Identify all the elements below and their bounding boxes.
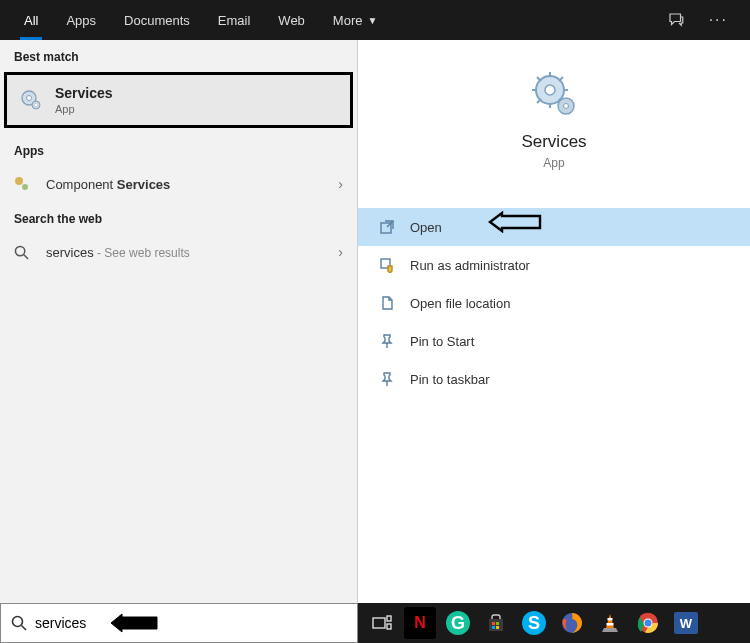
tab-email[interactable]: Email xyxy=(204,0,265,40)
best-match-services[interactable]: Services App xyxy=(4,72,353,128)
svg-rect-29 xyxy=(387,624,391,629)
tab-apps[interactable]: Apps xyxy=(52,0,110,40)
result-web-services[interactable]: services - See web results › xyxy=(0,234,357,270)
tab-more[interactable]: More ▼ xyxy=(319,0,392,40)
section-best-match: Best match xyxy=(0,40,357,72)
svg-line-21 xyxy=(387,221,393,227)
annotation-arrow-open xyxy=(488,211,542,233)
chrome-icon[interactable] xyxy=(632,607,664,639)
pin-icon xyxy=(378,370,396,388)
file-location-icon xyxy=(378,294,396,312)
svg-rect-32 xyxy=(492,626,495,629)
actions-list: Open Run as administrator Open file loca… xyxy=(358,208,750,398)
svg-line-15 xyxy=(559,77,563,81)
taskbar-search[interactable] xyxy=(0,603,358,643)
taskbar: N G S W xyxy=(0,603,750,643)
best-match-title: Services xyxy=(55,85,113,101)
section-apps: Apps xyxy=(0,134,357,166)
svg-rect-28 xyxy=(387,616,391,621)
svg-rect-35 xyxy=(608,618,613,621)
search-filter-tabs: All Apps Documents Email Web More ▼ ··· xyxy=(0,0,750,40)
search-icon xyxy=(11,615,27,631)
svg-rect-27 xyxy=(373,618,385,628)
tab-all[interactable]: All xyxy=(10,0,52,40)
word-icon[interactable]: W xyxy=(670,607,702,639)
taskbar-apps: N G S W xyxy=(358,603,750,643)
svg-point-1 xyxy=(27,96,32,101)
svg-rect-33 xyxy=(496,626,499,629)
svg-line-26 xyxy=(22,626,27,631)
svg-point-5 xyxy=(22,184,28,190)
chevron-right-icon: › xyxy=(338,244,343,260)
section-search-web: Search the web xyxy=(0,202,357,234)
svg-point-6 xyxy=(15,246,24,255)
services-large-icon xyxy=(530,70,578,118)
best-match-subtitle: App xyxy=(55,103,113,115)
task-view-icon[interactable] xyxy=(366,607,398,639)
action-pin-taskbar[interactable]: Pin to taskbar xyxy=(358,360,750,398)
detail-subtitle: App xyxy=(368,156,740,170)
tab-web[interactable]: Web xyxy=(264,0,319,40)
result-label: Component Services xyxy=(46,177,326,192)
svg-point-39 xyxy=(645,620,652,627)
action-pin-start[interactable]: Pin to Start xyxy=(358,322,750,360)
svg-rect-31 xyxy=(496,622,499,625)
action-label: Run as administrator xyxy=(410,258,530,273)
admin-shield-icon xyxy=(378,256,396,274)
netflix-icon[interactable]: N xyxy=(404,607,436,639)
svg-rect-30 xyxy=(492,622,495,625)
search-input[interactable] xyxy=(35,615,347,631)
tab-more-label: More xyxy=(333,13,363,28)
chevron-down-icon: ▼ xyxy=(367,15,377,26)
grammarly-icon[interactable]: G xyxy=(442,607,474,639)
svg-point-4 xyxy=(15,177,23,185)
skype-icon[interactable]: S xyxy=(518,607,550,639)
detail-pane: Services App Open Run as administrator xyxy=(358,40,750,603)
tab-documents[interactable]: Documents xyxy=(110,0,204,40)
action-run-admin[interactable]: Run as administrator xyxy=(358,246,750,284)
component-services-icon xyxy=(14,176,34,192)
services-gear-icon xyxy=(19,88,43,112)
action-label: Open file location xyxy=(410,296,510,311)
action-label: Open xyxy=(410,220,442,235)
svg-point-19 xyxy=(564,104,569,109)
vlc-icon[interactable] xyxy=(594,607,626,639)
more-options-icon[interactable]: ··· xyxy=(697,11,740,29)
action-label: Pin to Start xyxy=(410,334,474,349)
open-icon xyxy=(378,218,396,236)
action-open[interactable]: Open xyxy=(358,208,750,246)
microsoft-store-icon[interactable] xyxy=(480,607,512,639)
feedback-icon[interactable] xyxy=(655,11,697,29)
action-open-location[interactable]: Open file location xyxy=(358,284,750,322)
action-label: Pin to taskbar xyxy=(410,372,490,387)
detail-title: Services xyxy=(368,132,740,152)
result-label: services - See web results xyxy=(46,245,326,260)
search-icon xyxy=(14,245,34,260)
chevron-right-icon: › xyxy=(338,176,343,192)
annotation-arrow-search xyxy=(109,613,159,633)
svg-line-16 xyxy=(537,99,541,103)
firefox-icon[interactable] xyxy=(556,607,588,639)
svg-line-13 xyxy=(537,77,541,81)
svg-point-3 xyxy=(35,104,38,107)
results-pane: Best match Services App Apps Component S… xyxy=(0,40,358,603)
result-component-services[interactable]: Component Services › xyxy=(0,166,357,202)
svg-line-7 xyxy=(24,254,28,258)
svg-point-17 xyxy=(545,85,555,95)
pin-icon xyxy=(378,332,396,350)
svg-point-25 xyxy=(13,617,23,627)
svg-rect-36 xyxy=(607,623,614,626)
